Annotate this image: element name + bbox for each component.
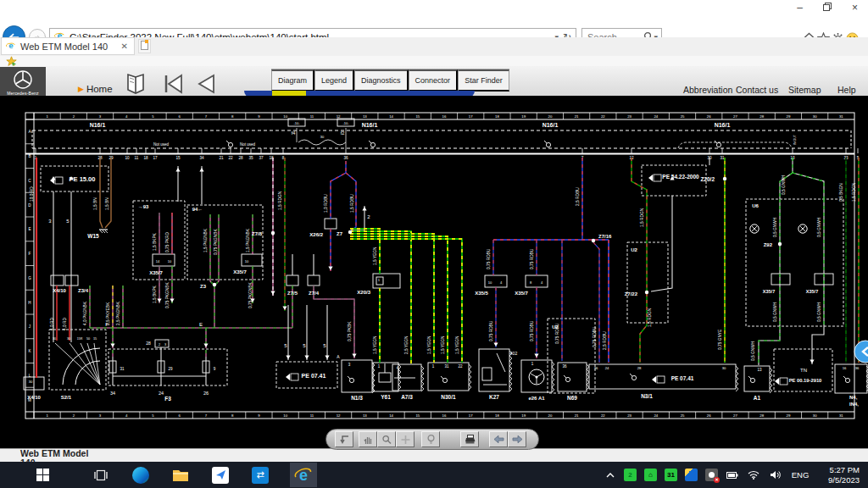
- svg-text:4,0 PKGNBK: 4,0 PKGNBK: [83, 301, 87, 325]
- arrow-next-button[interactable]: [508, 431, 526, 447]
- teamviewer-icon[interactable]: ⇄: [250, 465, 270, 485]
- svg-text:11: 11: [310, 413, 314, 418]
- print-button[interactable]: [460, 431, 479, 447]
- wifi-icon[interactable]: [747, 465, 760, 485]
- zoom-magnifier-button[interactable]: [377, 431, 396, 447]
- time-text: 5:27 PM: [830, 465, 860, 475]
- svg-text:22: 22: [458, 364, 463, 369]
- svg-text:N16/1: N16/1: [715, 122, 731, 128]
- language-indicator[interactable]: ENG: [789, 465, 811, 485]
- file-explorer-icon[interactable]: [170, 465, 191, 485]
- svg-text:15R: 15R: [77, 337, 83, 341]
- speaker-icon[interactable]: [768, 465, 782, 485]
- svg-text:Z7/16: Z7/16: [598, 234, 612, 239]
- link-sitemap[interactable]: Sitemap: [788, 85, 821, 95]
- tab-close-icon[interactable]: ✕: [120, 42, 130, 51]
- svg-text:21: 21: [575, 413, 579, 418]
- svg-text:6: 6: [179, 114, 181, 119]
- svg-text:0,5 GNWH: 0,5 GNWH: [817, 302, 821, 322]
- wiring-diagram-svg: 1122334455667788991010111112121313141415…: [0, 100, 868, 449]
- task-view-icon[interactable]: [91, 465, 111, 485]
- svg-text:1: 1: [378, 364, 381, 369]
- svg-text:A: A: [28, 130, 31, 134]
- skip-to-start-icon[interactable]: [161, 73, 185, 97]
- svg-text:0,75 RDBU: 0,75 RDBU: [530, 248, 534, 269]
- svg-text:4,0 RD: 4,0 RD: [50, 318, 54, 330]
- svg-text:N69: N69: [567, 395, 577, 401]
- svg-text:W15: W15: [87, 233, 99, 239]
- start-button[interactable]: [32, 465, 53, 485]
- svg-text:10: 10: [283, 413, 287, 418]
- svg-text:26: 26: [707, 413, 711, 418]
- svg-text:C: C: [28, 179, 31, 183]
- svg-text:30: 30: [53, 337, 56, 341]
- tab-diagram[interactable]: Diagram: [271, 69, 314, 92]
- diagram-area[interactable]: 1122334455667788991010111112121313141415…: [0, 96, 868, 451]
- edge-icon[interactable]: [131, 465, 151, 485]
- svg-text:18: 18: [143, 156, 148, 160]
- tray-green-app-icon[interactable]: 2: [624, 469, 637, 481]
- home-link[interactable]: ▶ Home: [78, 84, 113, 94]
- battery-icon[interactable]: [726, 465, 739, 485]
- svg-text:34: 34: [110, 391, 115, 396]
- svg-text:26: 26: [707, 114, 711, 119]
- svg-text:16: 16: [442, 114, 447, 119]
- tab-connector[interactable]: Connector: [409, 69, 459, 92]
- taskbar-clock[interactable]: 5:27 PM 9/5/2023: [819, 465, 860, 485]
- svg-text:Z3/4: Z3/4: [78, 288, 89, 293]
- svg-text:29: 29: [787, 413, 791, 418]
- svg-text:16: 16: [442, 413, 447, 418]
- bulb-highlight-button[interactable]: [421, 431, 440, 447]
- svg-text:X35/7: X35/7: [806, 289, 818, 294]
- link-help[interactable]: Help: [837, 85, 856, 95]
- tab-diagnostics[interactable]: Diagnostics: [354, 69, 409, 92]
- svg-text:22: 22: [228, 156, 233, 160]
- mercedes-benz-logo[interactable]: Mercedes-Benz: [0, 67, 46, 98]
- hidden-icons-chevron[interactable]: [604, 465, 616, 485]
- tab-star-finder[interactable]: Star Finder: [458, 69, 509, 92]
- svg-text:30: 30: [722, 366, 726, 370]
- link-contact-us[interactable]: Contact us: [736, 85, 778, 95]
- tray-blue-yellow-icon[interactable]: [685, 469, 698, 481]
- svg-text:5: 5: [303, 343, 306, 348]
- svg-text:Z7: Z7: [337, 231, 343, 236]
- arrow-previous-button[interactable]: [489, 431, 508, 447]
- browser-tab[interactable]: e Web ETM Model 140 ✕: [1, 37, 135, 55]
- link-abbreviation[interactable]: Abbreviation: [683, 85, 732, 95]
- svg-text:e26 A1: e26 A1: [528, 396, 545, 401]
- svg-text:G: G: [28, 276, 31, 280]
- tray-green-home-icon[interactable]: ⌂: [644, 469, 657, 481]
- svg-text:17: 17: [469, 114, 473, 119]
- svg-text:1: 1: [432, 364, 435, 369]
- svg-text:13: 13: [757, 368, 762, 372]
- tab-legend[interactable]: Legend: [314, 69, 354, 92]
- book-icon[interactable]: [125, 73, 147, 98]
- svg-text:0,75 PKGNBK: 0,75 PKGNBK: [165, 282, 170, 308]
- svg-text:3: 3: [348, 363, 351, 367]
- svg-text:1,5 YEGN: 1,5 YEGN: [427, 336, 431, 354]
- internet-explorer-icon[interactable]: e: [290, 463, 317, 487]
- svg-text:31: 31: [120, 367, 125, 371]
- tray-recorder-icon[interactable]: ✕: [705, 469, 718, 481]
- svg-text:8: 8: [231, 114, 234, 119]
- svg-text:24: 24: [654, 114, 658, 119]
- pan-hand-button[interactable]: [359, 431, 377, 447]
- svg-text:18: 18: [495, 114, 499, 119]
- new-tab-button[interactable]: [138, 39, 151, 53]
- svg-text:0,75 PKGNBK: 0,75 PKGNBK: [214, 229, 218, 255]
- svg-text:10: 10: [245, 259, 249, 263]
- restore-view-button[interactable]: [335, 431, 353, 447]
- blue-app-icon[interactable]: [210, 465, 231, 485]
- tray-calendar-icon[interactable]: 31: [665, 469, 677, 481]
- svg-text:8: 8: [282, 156, 285, 160]
- crosshair-plus-button[interactable]: [396, 431, 415, 447]
- svg-text:Z3: Z3: [200, 284, 207, 289]
- svg-text:18: 18: [495, 413, 499, 418]
- svg-text:1,5 RDBU: 1,5 RDBU: [350, 194, 354, 213]
- svg-text:402: 402: [510, 351, 518, 356]
- svg-text:34: 34: [199, 156, 204, 160]
- svg-text:f4: f4: [292, 130, 296, 136]
- back-triangle-icon[interactable]: [195, 73, 217, 97]
- svg-text:0,75 PKRD: 0,75 PKRD: [165, 231, 170, 252]
- svg-text:1,5 BN: 1,5 BN: [105, 197, 109, 210]
